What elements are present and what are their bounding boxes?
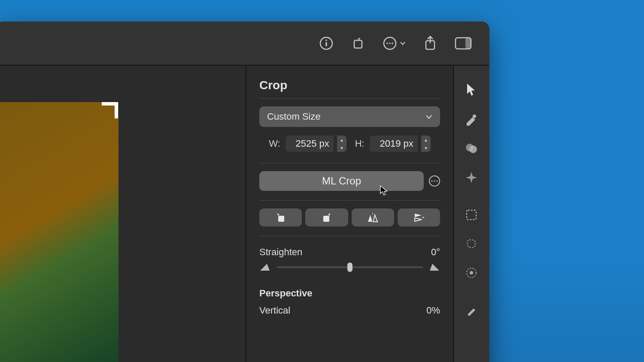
svg-point-23 xyxy=(470,271,473,275)
svg-point-18 xyxy=(473,115,476,118)
sidebar-toggle-icon[interactable] xyxy=(455,37,472,50)
rotate-left-button[interactable] xyxy=(259,208,302,226)
ml-crop-label: ML Crop xyxy=(322,175,361,187)
window-toolbar xyxy=(0,22,489,65)
crop-inspector: Crop Custom Size W: 2525 px ▴▾ H: 2019 p… xyxy=(246,66,454,362)
svg-point-7 xyxy=(392,42,393,44)
effects-tool-icon[interactable] xyxy=(465,171,478,184)
flip-horizontal-button[interactable] xyxy=(352,208,394,226)
svg-rect-10 xyxy=(465,38,471,49)
perspective-vertical-value: 0% xyxy=(426,305,440,316)
straighten-slider xyxy=(259,262,440,272)
svg-point-1 xyxy=(325,39,327,41)
select-color-tool-icon[interactable] xyxy=(465,266,478,279)
select-rect-tool-icon[interactable] xyxy=(465,209,477,221)
rotate-icon[interactable] xyxy=(351,36,365,51)
svg-rect-14 xyxy=(278,216,284,222)
app-window: Crop Custom Size W: 2525 px ▴▾ H: 2019 p… xyxy=(0,21,489,362)
svg-point-5 xyxy=(386,42,388,44)
straighten-ccw-icon[interactable] xyxy=(259,262,270,272)
straighten-label: Straighten xyxy=(259,247,302,258)
info-icon[interactable] xyxy=(319,36,334,51)
height-field[interactable]: 2019 px xyxy=(370,136,418,152)
transform-buttons xyxy=(259,208,440,226)
perspective-vertical-label: Vertical xyxy=(259,305,290,316)
straighten-value: 0° xyxy=(431,247,440,258)
perspective-label: Perspective xyxy=(259,288,313,299)
chevron-down-icon xyxy=(425,113,432,120)
divider xyxy=(259,200,440,201)
arrow-tool-icon[interactable] xyxy=(465,83,477,97)
more-menu-icon[interactable] xyxy=(383,36,406,51)
flip-vertical-button[interactable] xyxy=(398,208,440,226)
width-label: W: xyxy=(269,138,280,149)
perspective-heading: Perspective xyxy=(259,288,440,299)
repair-tool-icon[interactable] xyxy=(465,304,478,317)
svg-point-20 xyxy=(469,145,477,153)
dimensions-row: W: 2525 px ▴▾ H: 2019 px ▴▾ xyxy=(259,136,440,152)
svg-point-13 xyxy=(436,180,437,181)
image-preview xyxy=(0,102,118,362)
panel-title: Crop xyxy=(259,78,440,92)
size-mode-dropdown[interactable]: Custom Size xyxy=(259,106,440,127)
svg-rect-15 xyxy=(323,216,329,222)
chevron-down-icon xyxy=(400,40,406,46)
height-label: H: xyxy=(355,138,365,149)
straighten-thumb[interactable] xyxy=(347,262,352,272)
svg-rect-2 xyxy=(325,42,327,46)
svg-point-6 xyxy=(389,42,391,44)
width-field[interactable]: 2525 px xyxy=(286,136,334,152)
rotate-right-button[interactable] xyxy=(305,208,348,226)
straighten-track[interactable] xyxy=(276,266,423,268)
svg-rect-3 xyxy=(354,40,362,48)
color-adjust-tool-icon[interactable] xyxy=(465,142,478,155)
ml-crop-row: ML Crop xyxy=(259,171,440,191)
size-mode-label: Custom Size xyxy=(267,111,321,122)
straighten-row: Straighten 0° xyxy=(259,247,440,258)
styles-tool-icon[interactable] xyxy=(465,113,478,126)
width-stepper[interactable]: ▴▾ xyxy=(337,136,346,152)
perspective-vertical-row: Vertical 0% xyxy=(259,305,440,316)
divider xyxy=(259,236,440,236)
svg-point-12 xyxy=(434,180,435,181)
share-icon[interactable] xyxy=(423,35,437,52)
height-stepper[interactable]: ▴▾ xyxy=(421,136,431,152)
content-area: Crop Custom Size W: 2525 px ▴▾ H: 2019 p… xyxy=(0,66,489,362)
svg-point-11 xyxy=(431,180,432,181)
tool-sidebar xyxy=(454,66,489,362)
select-free-tool-icon[interactable] xyxy=(465,237,478,250)
image-canvas[interactable] xyxy=(0,66,246,362)
crop-handle-top-right[interactable] xyxy=(102,102,118,118)
divider xyxy=(259,98,440,99)
divider xyxy=(259,163,440,163)
ml-crop-button[interactable]: ML Crop xyxy=(259,171,424,191)
straighten-cw-icon[interactable] xyxy=(429,262,440,272)
ml-crop-options-icon[interactable] xyxy=(429,175,440,187)
svg-rect-21 xyxy=(467,210,476,220)
